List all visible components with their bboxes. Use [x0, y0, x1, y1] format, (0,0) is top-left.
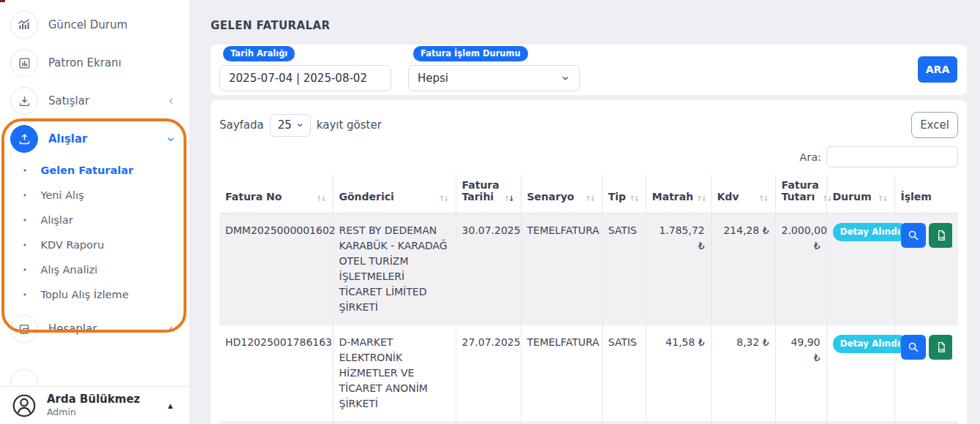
invoices-table: Fatura No↑↓Gönderici↑↓Fatura Tarihi↑↓Sen… — [219, 175, 958, 424]
cell-fatura_no: 0012025148232040 — [219, 422, 333, 424]
column-header-tutar[interactable]: Fatura Tutarı↑↓ — [775, 175, 826, 213]
column-label: Gönderici — [339, 191, 394, 202]
table-panel: Sayfada 25 kayıt göster Excel Ara: Fatur… — [211, 100, 967, 424]
date-range-input[interactable] — [219, 65, 391, 91]
chevron-left-icon — [166, 324, 176, 334]
cell-matrah: 41,58 ₺ — [646, 325, 711, 422]
sidebar-item-satislar[interactable]: Satışlar — [0, 82, 189, 120]
cell-tarih: 30.07.2025 — [456, 213, 521, 325]
cell-kdv: 214,28 ₺ — [711, 213, 775, 325]
cell-tarih: 27.07.2025 — [456, 325, 521, 422]
sidebar-item-label: Güncel Durum — [48, 18, 127, 31]
column-header-matrah[interactable]: Matrah↑↓ — [646, 175, 711, 213]
page-size-select[interactable]: 25 — [270, 114, 311, 137]
status-badge: Detay Alındı — [833, 223, 908, 241]
caret-right-icon: ‣ — [23, 266, 28, 274]
sidebar-item-guncel-durum[interactable]: Güncel Durum — [0, 6, 189, 44]
column-label: Durum — [833, 191, 872, 202]
cell-tip: SATIS — [602, 325, 646, 422]
column-header-kdv[interactable]: Kdv↑↓ — [711, 175, 775, 213]
view-invoice-button[interactable] — [901, 335, 926, 360]
upload-icon — [10, 125, 38, 153]
cell-islem: HTML — [894, 213, 958, 325]
excel-export-button[interactable]: Excel — [911, 112, 958, 138]
column-header-durum[interactable]: Durum↑↓ — [826, 175, 894, 213]
cell-senaryo: TEMELFATURA — [521, 213, 602, 325]
page-title: GELEN FATURALAR — [211, 19, 967, 32]
sidebar-subitem-toplu-al-i-zleme[interactable]: ‣Toplu Alış İzleme — [0, 282, 189, 307]
sort-icon: ↑↓ — [629, 194, 640, 202]
cell-tip: SATIS — [602, 422, 646, 424]
sort-icon: ↑↓ — [316, 194, 327, 202]
column-label: İşlem — [901, 191, 932, 202]
cell-senaryo: TEMELFATURA — [521, 325, 602, 422]
user-footer[interactable]: Arda Bülükmez Admin ▲ — [0, 386, 189, 424]
trend-chart-icon — [10, 11, 38, 39]
html-invoice-button[interactable]: HTML — [929, 223, 953, 248]
view-invoice-button[interactable] — [901, 223, 926, 248]
column-header-tip[interactable]: Tip↑↓ — [602, 175, 646, 213]
sidebar-subitem-al-analizi[interactable]: ‣Alış Analizi — [0, 257, 189, 282]
user-role: Admin — [47, 406, 140, 417]
caret-up-icon[interactable]: ▲ — [168, 402, 173, 409]
download-icon — [10, 87, 38, 115]
sidebar-item-label: Patron Ekranı — [48, 56, 121, 69]
cell-durum: Detay Alındı — [826, 213, 894, 325]
sort-icon: ↑↓ — [758, 194, 769, 202]
cell-islem: HTML — [894, 422, 958, 424]
user-avatar-icon — [10, 392, 38, 420]
sort-icon: ↑↓ — [504, 194, 515, 202]
column-header-senaryo[interactable]: Senaryo↑↓ — [521, 175, 602, 213]
search-icon — [907, 341, 920, 354]
cell-kdv: 215,35 ₺ — [711, 422, 775, 424]
sidebar-subitem-al-lar[interactable]: ‣Alışlar — [0, 208, 189, 232]
status-badge: Detay Alındı — [833, 335, 908, 353]
search-icon — [907, 229, 920, 242]
column-header-fatura_no[interactable]: Fatura No↑↓ — [219, 175, 333, 213]
column-header-tarih[interactable]: Fatura Tarihi↑↓ — [456, 175, 521, 213]
caret-right-icon: ‣ — [23, 291, 28, 299]
search-submit-button[interactable]: ARA — [918, 56, 957, 83]
sidebar-item-alislar[interactable]: Alışlar — [0, 120, 189, 158]
table-search-input[interactable] — [826, 146, 958, 167]
chevron-left-icon — [166, 96, 176, 106]
chevron-down-icon — [165, 134, 176, 145]
sidebar-item-label: Satışlar — [48, 94, 89, 107]
sidebar-item-patron-ekrani[interactable]: Patron Ekranı — [0, 44, 189, 82]
sidebar-subitem-kdv-raporu[interactable]: ‣KDV Raporu — [0, 232, 189, 257]
page-size-value: 25 — [278, 118, 292, 132]
main-content: GELEN FATURALAR Tarih Aralığı Fatura İşl… — [190, 0, 980, 424]
sidebar: Güncel Durum Patron Ekranı Satışlar Alış… — [0, 0, 190, 424]
sidebar-subitem-label: Toplu Alış İzleme — [41, 289, 129, 300]
html-document-icon: HTML — [935, 229, 948, 242]
invoice-status-select[interactable]: Hepsi — [408, 65, 580, 91]
cell-gonderici: REST BY DEDEMAN KARABÜK - KARADAĞ OTEL T… — [333, 213, 456, 325]
sort-icon: ↑↓ — [878, 194, 889, 202]
sidebar-subitem-yeni-al-[interactable]: ‣Yeni Alış — [0, 183, 189, 208]
sidebar-subitem-gelen-faturalar[interactable]: ‣Gelen Faturalar — [0, 158, 189, 183]
html-document-icon: HTML — [935, 341, 948, 354]
bar-chart-icon — [10, 49, 38, 77]
invoice-status-badge: Fatura İşlem Durumu — [413, 46, 528, 61]
caret-right-icon: ‣ — [23, 241, 28, 249]
sort-icon: ↑↓ — [822, 194, 833, 202]
chevron-down-icon — [560, 73, 570, 83]
sidebar-subitem-label: Yeni Alış — [41, 189, 84, 201]
html-invoice-button[interactable]: HTML — [929, 335, 953, 360]
cell-matrah: 646,15 ₺ — [646, 422, 711, 424]
sidebar-subitem-label: KDV Raporu — [41, 239, 105, 251]
sidebar-item-hesaplar[interactable]: Hesaplar — [0, 310, 189, 348]
column-header-gonderici[interactable]: Gönderici↑↓ — [333, 175, 456, 213]
sidebar-nav: Güncel Durum Patron Ekranı Satışlar Alış… — [0, 0, 189, 348]
column-header-islem: İşlem — [894, 175, 958, 213]
row-actions: HTML — [901, 223, 953, 248]
caret-right-icon: ‣ — [23, 216, 28, 224]
wallet-icon — [10, 315, 38, 343]
column-label: Tip — [608, 191, 626, 202]
column-label: Kdv — [717, 191, 739, 202]
sidebar-subitem-label: Gelen Faturalar — [41, 164, 134, 176]
sidebar-item-label: Alışlar — [48, 132, 87, 145]
table-search: Ara: — [219, 146, 958, 167]
user-name: Arda Bülükmez — [47, 393, 140, 406]
table-controls: Sayfada 25 kayıt göster Excel — [219, 112, 958, 138]
